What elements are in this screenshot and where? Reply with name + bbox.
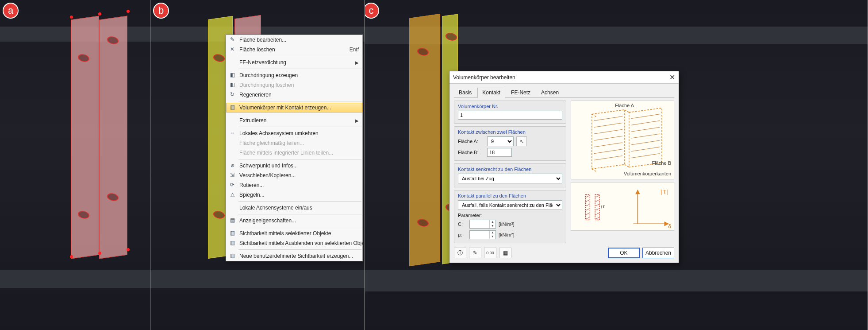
group-senkrecht-title: Kontakt senkrecht zu den Flächen bbox=[458, 167, 562, 172]
illus2-delta: δ bbox=[668, 223, 671, 229]
context-menu-item: ◧Durchdringung löschen bbox=[226, 80, 362, 90]
svg-line-23 bbox=[586, 209, 590, 210]
dialog-footer: ⓘ ✎ 0,00 ▦ OK Abbrechen bbox=[449, 245, 679, 263]
context-menu-item[interactable]: ▥Neue benutzerdefinierte Sichtbarkeit er… bbox=[226, 251, 362, 261]
tab-basis[interactable]: Basis bbox=[454, 88, 476, 98]
context-menu-item: Fläche gleichmäßig teilen... bbox=[226, 138, 362, 148]
param-mu-input bbox=[470, 232, 489, 238]
illus-label-edges: Volumenkörperkanten bbox=[624, 171, 671, 176]
menu-item-label: Sichtbarkeit mittels Ausblenden von sele… bbox=[239, 240, 365, 246]
senkrecht-select[interactable]: Ausfall bei Zug bbox=[458, 174, 562, 183]
context-menu-item[interactable]: Extrudieren▶ bbox=[226, 116, 362, 125]
menu-item-label: Volumenkörper mit Kontakt erzeugen... bbox=[239, 105, 331, 111]
parameter-heading: Parameter: bbox=[458, 213, 562, 218]
help-icon[interactable]: ⓘ bbox=[454, 248, 466, 258]
cancel-button[interactable]: Abbrechen bbox=[642, 248, 674, 258]
face-b-input[interactable] bbox=[487, 148, 512, 157]
svg-line-4 bbox=[594, 143, 622, 147]
dialog-title-text: Volumenkörper bearbeiten bbox=[453, 74, 515, 81]
menu-item-label: Lokale Achsensysteme ein/aus bbox=[239, 205, 312, 211]
svg-line-7 bbox=[631, 114, 660, 119]
context-menu-item[interactable]: △Spiegeln... bbox=[226, 190, 362, 200]
pick-face-icon[interactable]: ↖ bbox=[516, 136, 527, 146]
menu-item-icon bbox=[228, 59, 237, 66]
svg-line-8 bbox=[631, 120, 660, 125]
menu-item-label: Schwerpunkt und Infos... bbox=[239, 163, 298, 169]
context-menu-item[interactable]: ⇲Verschieben/Kopieren... bbox=[226, 171, 362, 180]
tab-kontakt[interactable]: Kontakt bbox=[477, 88, 505, 98]
menu-item-label: Spiegeln... bbox=[239, 192, 265, 198]
svg-line-2 bbox=[594, 129, 622, 134]
menu-item-icon bbox=[228, 140, 237, 147]
note-icon[interactable]: ✎ bbox=[469, 248, 481, 258]
group-nummer: Volumenkörper Nr. bbox=[454, 101, 566, 124]
menu-item-icon: ▤ bbox=[228, 217, 237, 224]
svg-line-21 bbox=[586, 200, 590, 202]
face-b-label: Fläche B: bbox=[458, 150, 484, 155]
svg-line-13 bbox=[631, 154, 660, 158]
context-menu-item[interactable]: ✕Fläche löschenEntf bbox=[226, 45, 362, 54]
context-menu-item[interactable]: ▥Volumenkörper mit Kontakt erzeugen... bbox=[226, 103, 362, 113]
ok-button[interactable]: OK bbox=[608, 248, 640, 258]
context-menu: ✎Fläche bearbeiten...✕Fläche löschenEntf… bbox=[226, 35, 363, 261]
extra-icon[interactable]: ▦ bbox=[499, 248, 511, 258]
menu-item-icon: ▥ bbox=[228, 252, 237, 260]
context-menu-item[interactable]: ▥Sichtbarkeit mittels Ausblenden von sel… bbox=[226, 238, 362, 248]
context-menu-item[interactable]: ↻Regenerieren bbox=[226, 90, 362, 100]
context-menu-item[interactable]: Lokale Achsensysteme ein/aus bbox=[226, 203, 362, 213]
menu-item-icon: ↻ bbox=[228, 91, 237, 98]
nummer-input[interactable] bbox=[458, 111, 562, 120]
svg-line-10 bbox=[631, 134, 660, 138]
svg-line-25 bbox=[586, 217, 590, 219]
context-menu-separator bbox=[238, 227, 361, 227]
context-menu-item[interactable]: ↔Lokales Achsensystem umkehren bbox=[226, 128, 362, 138]
chevron-right-icon: ▶ bbox=[355, 60, 359, 65]
menu-item-icon: ▥ bbox=[228, 104, 237, 111]
param-c-spinner[interactable]: ▲▼ bbox=[469, 220, 496, 229]
context-menu-item[interactable]: ▤Anzeigeeigenschaften... bbox=[226, 216, 362, 225]
menu-item-label: Extrudieren bbox=[239, 117, 266, 124]
context-menu-item[interactable]: ⟳Rotieren... bbox=[226, 180, 362, 190]
context-menu-item[interactable]: ◧Durchdringung erzeugen bbox=[226, 70, 362, 80]
face-a-select[interactable]: 9 bbox=[487, 136, 514, 146]
units-icon[interactable]: 0,00 bbox=[484, 248, 496, 258]
menu-item-label: Rotieren... bbox=[239, 182, 264, 188]
svg-line-5 bbox=[594, 149, 622, 154]
illustration-graph: | τ | δ ↕τ bbox=[571, 182, 674, 231]
context-menu-item[interactable]: FE-Netzverdichtung▶ bbox=[226, 58, 362, 67]
tab-fenetz[interactable]: FE-Netz bbox=[506, 88, 535, 98]
group-nummer-title: Volumenkörper Nr. bbox=[458, 104, 562, 109]
panel-c: c Volumenkörper bearbeiten ✕ Basis Konta… bbox=[365, 0, 868, 330]
viewport-3d-a[interactable] bbox=[0, 0, 150, 330]
context-menu-separator bbox=[238, 159, 361, 159]
param-c-input bbox=[470, 221, 489, 227]
svg-line-1 bbox=[594, 123, 622, 127]
menu-item-icon: ✎ bbox=[228, 36, 237, 43]
figure-row: a b ✎Fläche bearbeiten...✕Fläche löschen… bbox=[0, 0, 868, 330]
menu-item-icon bbox=[228, 149, 237, 156]
param-mu-spinner[interactable]: ▲▼ bbox=[469, 230, 496, 239]
context-menu-item[interactable]: ✎Fläche bearbeiten... bbox=[226, 35, 362, 45]
menu-item-label: Fläche löschen bbox=[239, 47, 275, 53]
parallel-select[interactable]: Ausfall, falls Kontakt senkrecht zu den … bbox=[458, 200, 562, 210]
panel-b: b ✎Fläche bearbeiten...✕Fläche löschenEn… bbox=[150, 0, 365, 330]
svg-line-11 bbox=[631, 140, 660, 145]
group-parallel: Kontakt parallel zu den Flächen Ausfall,… bbox=[454, 190, 566, 243]
dialog-titlebar[interactable]: Volumenkörper bearbeiten ✕ bbox=[449, 71, 679, 84]
svg-line-12 bbox=[631, 147, 660, 151]
context-menu-item[interactable]: ⌀Schwerpunkt und Infos... bbox=[226, 161, 362, 171]
context-menu-separator bbox=[238, 127, 361, 127]
menu-item-label: Sichtbarkeit mittels selektierter Objekt… bbox=[239, 230, 331, 237]
menu-item-icon: ▥ bbox=[228, 240, 237, 247]
context-menu-separator bbox=[238, 101, 361, 101]
svg-line-29 bbox=[595, 209, 599, 210]
dialog-volumenkoerper: Volumenkörper bearbeiten ✕ Basis Kontakt… bbox=[449, 71, 679, 263]
menu-item-label: Neue benutzerdefinierte Sichtbarkeit erz… bbox=[239, 253, 353, 259]
group-flaechen-title: Kontakt zwischen zwei Flächen bbox=[458, 129, 562, 135]
tab-achsen[interactable]: Achsen bbox=[536, 88, 564, 98]
menu-item-icon: ▥ bbox=[228, 230, 237, 237]
close-icon[interactable]: ✕ bbox=[669, 73, 675, 82]
menu-item-label: Anzeigeeigenschaften... bbox=[239, 217, 296, 224]
svg-line-26 bbox=[595, 195, 599, 197]
context-menu-item[interactable]: ▥Sichtbarkeit mittels selektierter Objek… bbox=[226, 229, 362, 238]
